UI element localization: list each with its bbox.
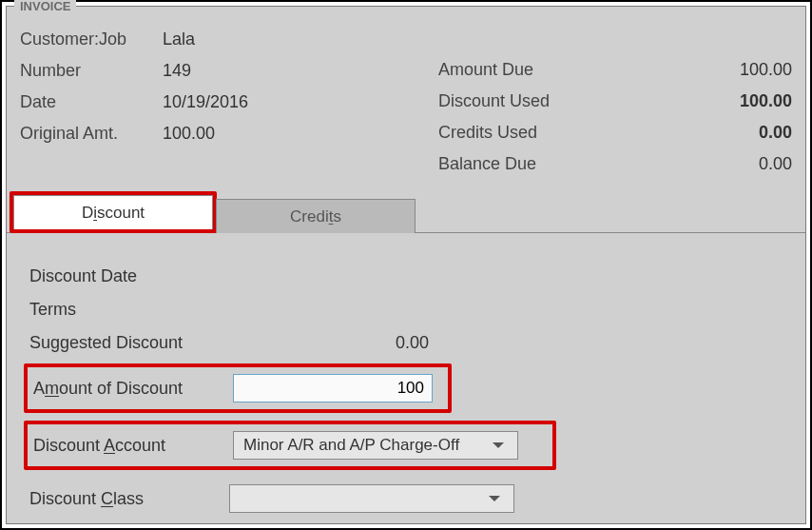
- customer-job-label: Customer:Job: [20, 29, 163, 49]
- tab-discount[interactable]: Discount: [13, 195, 213, 229]
- discount-class-label: Discount Class: [29, 489, 229, 509]
- amount-of-discount-input[interactable]: [233, 374, 433, 402]
- balance-due-value: 0.00: [678, 154, 792, 174]
- chevron-down-icon: [489, 496, 500, 501]
- chevron-down-icon: [493, 442, 504, 448]
- suggested-discount-label: Suggested Discount: [29, 333, 229, 353]
- suggested-discount-value: 0.00: [229, 333, 429, 353]
- balance-due-label: Balance Due: [438, 154, 678, 174]
- discount-used-value: 100.00: [678, 91, 792, 111]
- original-amt-label: Original Amt.: [20, 124, 163, 144]
- discount-account-select[interactable]: Minor A/R and A/P Charge-Off: [233, 431, 518, 460]
- terms-label: Terms: [29, 300, 229, 320]
- discount-account-label: Discount Account: [33, 436, 233, 456]
- panel-title: INVOICE: [14, 0, 76, 13]
- tab-credits-post: s: [333, 207, 341, 226]
- amount-due-value: 100.00: [678, 60, 792, 80]
- amount-due-label: Amount Due: [438, 60, 678, 80]
- credits-used-label: Credits Used: [438, 123, 678, 143]
- tab-discount-post: scount: [97, 204, 145, 222]
- credits-used-value: 0.00: [678, 123, 792, 143]
- tab-credits-pre: Credi: [290, 207, 329, 226]
- number-value: 149: [163, 61, 191, 81]
- tab-credits[interactable]: Credits: [216, 199, 416, 233]
- customer-job-value: Lala: [163, 29, 195, 49]
- discount-class-select[interactable]: [229, 484, 514, 513]
- number-label: Number: [20, 61, 163, 81]
- discount-account-value: Minor A/R and A/P Charge-Off: [243, 436, 459, 455]
- tab-discount-pre: D: [82, 204, 93, 222]
- amount-of-discount-label: Amount of Discount: [33, 379, 233, 399]
- original-amt-value: 100.00: [163, 124, 215, 144]
- discount-date-label: Discount Date: [29, 266, 229, 286]
- date-value: 10/19/2016: [163, 92, 248, 112]
- discount-used-label: Discount Used: [438, 91, 678, 111]
- date-label: Date: [20, 92, 163, 112]
